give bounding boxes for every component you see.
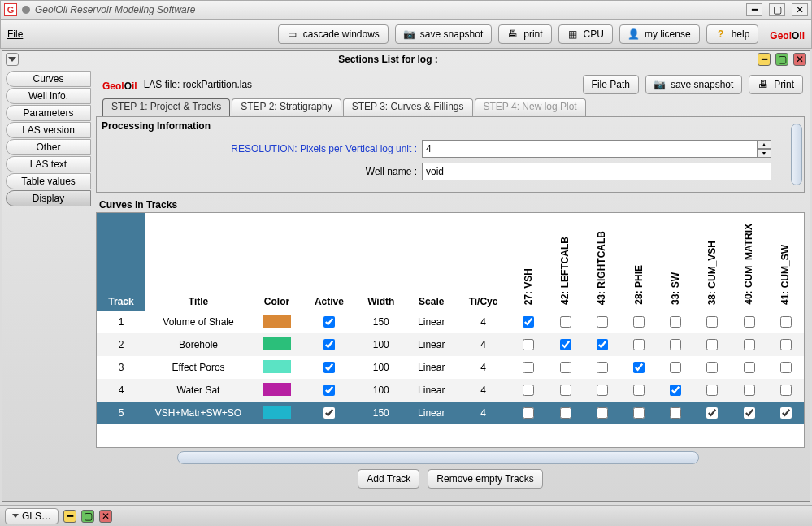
sidebar-item-display[interactable]: Display xyxy=(6,190,91,206)
active-checkbox[interactable] xyxy=(323,385,335,396)
curve-checkbox[interactable] xyxy=(670,385,681,396)
curve-checkbox[interactable] xyxy=(780,316,792,328)
table-row[interactable]: 5VSH+Matr+SW+SO150Linear4 xyxy=(97,402,804,424)
table-row[interactable]: 1Volume of Shale150Linear4 xyxy=(97,311,804,333)
curve-checkbox[interactable] xyxy=(597,362,608,373)
tab-step-2-stratigraphy[interactable]: STEP 2: Stratigraphy xyxy=(232,98,341,116)
active-checkbox[interactable] xyxy=(323,407,335,419)
curve-checkbox[interactable] xyxy=(744,362,755,373)
curve-checkbox[interactable] xyxy=(633,385,645,396)
cpu-button[interactable]: ▦CPU xyxy=(558,24,613,44)
curve-checkbox[interactable] xyxy=(597,407,608,419)
panel-print-button[interactable]: 🖶Print xyxy=(749,75,803,94)
minimize-button[interactable]: ━ xyxy=(746,3,762,16)
maximize-button[interactable]: ▢ xyxy=(769,3,785,16)
tab-step-1-project-tracks[interactable]: STEP 1: Project & Tracks xyxy=(102,98,230,116)
curve-checkbox[interactable] xyxy=(633,362,645,373)
curve-checkbox[interactable] xyxy=(706,339,718,350)
table-row[interactable]: 3Effect Poros100Linear4 xyxy=(97,356,804,379)
curve-checkbox[interactable] xyxy=(560,362,571,373)
curve-checkbox[interactable] xyxy=(560,385,571,396)
print-button[interactable]: 🖶print xyxy=(498,24,551,44)
las-file-label: LAS file: rockPartition.las xyxy=(144,79,252,90)
curve-checkbox[interactable] xyxy=(597,316,608,328)
spin-down-button[interactable]: ▼ xyxy=(757,149,771,158)
cell-color[interactable] xyxy=(251,402,302,424)
curve-checkbox[interactable] xyxy=(744,385,755,396)
sidebar-item-other[interactable]: Other xyxy=(6,139,91,155)
cell-color[interactable] xyxy=(251,311,302,333)
well-name-input[interactable] xyxy=(422,163,771,180)
curve-checkbox[interactable] xyxy=(670,339,681,350)
processing-vscroll[interactable] xyxy=(791,124,802,185)
curve-checkbox[interactable] xyxy=(560,407,571,419)
curve-checkbox[interactable] xyxy=(560,316,571,328)
sidebar-item-curves[interactable]: Curves xyxy=(6,71,91,87)
curve-checkbox[interactable] xyxy=(597,385,608,396)
help-button[interactable]: ?help xyxy=(706,24,759,44)
file-path-button[interactable]: File Path xyxy=(583,75,639,94)
sidebar-item-las-text[interactable]: LAS text xyxy=(6,156,91,172)
task-maximize-button[interactable]: ▢ xyxy=(81,510,94,523)
curve-checkbox[interactable] xyxy=(597,339,608,350)
cell-color[interactable] xyxy=(251,379,302,402)
spin-up-button[interactable]: ▲ xyxy=(757,140,771,149)
curves-hscroll[interactable] xyxy=(177,451,699,464)
curve-checkbox[interactable] xyxy=(523,362,534,373)
active-checkbox[interactable] xyxy=(323,339,335,350)
add-track-button[interactable]: Add Track xyxy=(358,469,419,489)
taskbar-item[interactable]: GLS… xyxy=(5,508,59,524)
panel-save-snapshot-button[interactable]: 📷save snapshot xyxy=(645,75,742,94)
table-row[interactable]: 2Borehole100Linear4 xyxy=(97,333,804,356)
my-license-button[interactable]: 👤my license xyxy=(619,24,700,44)
inner-close-button[interactable]: ✕ xyxy=(793,53,806,66)
curve-checkbox[interactable] xyxy=(523,339,534,350)
curve-checkbox[interactable] xyxy=(780,385,792,396)
remove-empty-tracks-button[interactable]: Remove empty Tracks xyxy=(428,469,542,489)
curve-checkbox[interactable] xyxy=(706,407,718,419)
resolution-input[interactable] xyxy=(422,140,758,158)
table-row[interactable]: 4Water Sat100Linear4 xyxy=(97,379,804,402)
sidebar-item-table-values[interactable]: Table values xyxy=(6,173,91,189)
active-checkbox[interactable] xyxy=(323,316,335,328)
curve-checkbox[interactable] xyxy=(780,407,792,419)
task-close-button[interactable]: ✕ xyxy=(99,510,112,523)
curve-checkbox[interactable] xyxy=(670,362,681,373)
curve-checkbox[interactable] xyxy=(706,316,718,328)
curve-checkbox[interactable] xyxy=(744,407,755,419)
os-close-button[interactable]: ✕ xyxy=(792,3,808,16)
cell-color[interactable] xyxy=(251,356,302,379)
task-minimize-button[interactable]: ━ xyxy=(63,510,76,523)
curve-checkbox[interactable] xyxy=(780,339,792,350)
save-snapshot-button[interactable]: 📷save snapshot xyxy=(395,24,492,44)
cell-width: 100 xyxy=(356,379,406,402)
curve-checkbox[interactable] xyxy=(633,407,645,419)
cascade-windows-button[interactable]: ▭cascade windows xyxy=(278,24,389,44)
sidebar-item-las-version[interactable]: LAS version xyxy=(6,122,91,138)
sidebar-item-parameters[interactable]: Parameters xyxy=(6,105,91,121)
printer-icon: 🖶 xyxy=(507,28,519,40)
curve-checkbox[interactable] xyxy=(523,407,534,419)
col-scale: Scale xyxy=(406,213,457,311)
resolution-spinner[interactable]: ▲▼ xyxy=(757,140,771,158)
file-menu[interactable]: File xyxy=(7,28,23,40)
curve-checkbox[interactable] xyxy=(706,385,718,396)
curve-checkbox[interactable] xyxy=(780,362,792,373)
collapse-button[interactable] xyxy=(6,53,19,66)
inner-minimize-button[interactable]: ━ xyxy=(758,53,771,66)
curve-checkbox[interactable] xyxy=(560,339,571,350)
curve-checkbox[interactable] xyxy=(523,316,534,328)
curve-checkbox[interactable] xyxy=(523,385,534,396)
curve-checkbox[interactable] xyxy=(670,407,681,419)
curve-checkbox[interactable] xyxy=(744,316,755,328)
sidebar-item-well-info-[interactable]: Well info. xyxy=(6,88,91,104)
active-checkbox[interactable] xyxy=(323,362,335,373)
curve-checkbox[interactable] xyxy=(744,339,755,350)
inner-maximize-button[interactable]: ▢ xyxy=(775,53,788,66)
curve-checkbox[interactable] xyxy=(633,339,645,350)
curve-checkbox[interactable] xyxy=(670,316,681,328)
curve-checkbox[interactable] xyxy=(633,316,645,328)
curve-checkbox[interactable] xyxy=(706,362,718,373)
cell-color[interactable] xyxy=(251,333,302,356)
tab-step-3-curves-fillings[interactable]: STEP 3: Curves & Fillings xyxy=(343,98,473,116)
